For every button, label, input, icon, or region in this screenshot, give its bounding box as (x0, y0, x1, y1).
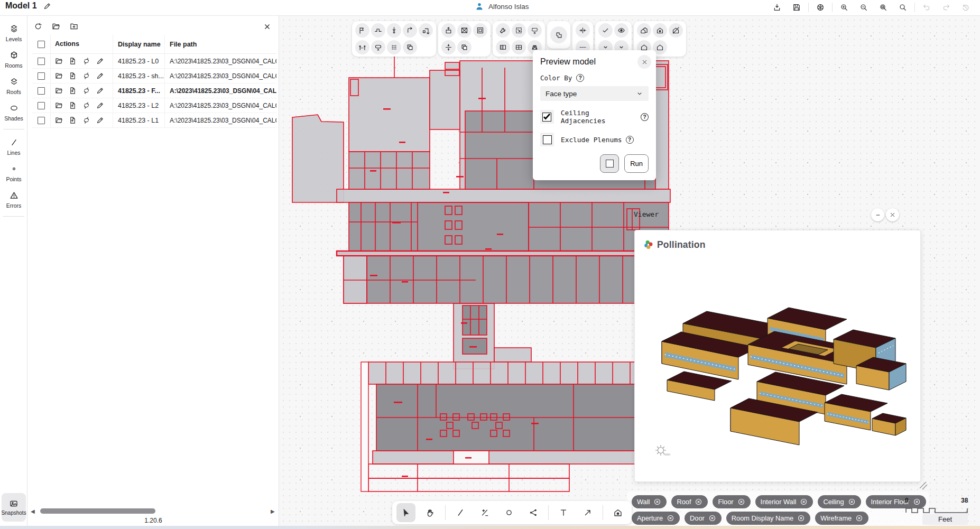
legend-chip[interactable]: Ceiling (818, 495, 861, 508)
color-by-help-icon[interactable]: ? (576, 74, 584, 82)
stop-button[interactable] (600, 154, 619, 173)
row-checkbox[interactable] (38, 58, 45, 65)
pencil-icon[interactable] (96, 87, 104, 95)
remove-chip-icon[interactable] (667, 514, 674, 522)
sync-icon[interactable] (82, 87, 90, 95)
refresh-icon[interactable] (32, 20, 44, 33)
eye-tool-icon[interactable] (614, 23, 628, 38)
select-all-checkbox[interactable] (32, 35, 51, 53)
table-row[interactable]: 41825.23 - sh... A:\2023\41825.23\03_DSG… (32, 69, 276, 83)
sync-icon[interactable] (82, 101, 90, 109)
remove-chip-icon[interactable] (797, 514, 805, 522)
house-eye-tool-icon[interactable] (653, 23, 667, 38)
legend-chip[interactable]: Interior Wall (755, 495, 813, 508)
hand-tool-icon[interactable] (421, 503, 440, 522)
folder-add-icon[interactable] (68, 20, 80, 33)
splitbox-tool-icon[interactable] (496, 40, 510, 54)
sidebar-item-roofs[interactable]: Roofs (0, 77, 27, 95)
sidebar-item-lines[interactable]: Lines (0, 138, 27, 156)
legend-chip[interactable]: Aperture (632, 512, 680, 525)
remove-chip-icon[interactable] (848, 498, 856, 506)
table-row[interactable]: 41825.23 - L2 A:\2023\41825.23\03_DSGN\0… (32, 98, 276, 113)
horizontal-scrollbar[interactable]: ◀ ▶ (31, 507, 276, 515)
close-viewer-icon[interactable] (886, 208, 899, 221)
labelx-tool-icon[interactable] (528, 23, 542, 38)
search-icon[interactable] (895, 2, 911, 13)
check-tool-icon[interactable] (598, 23, 613, 38)
zoom-in-icon[interactable] (836, 2, 852, 13)
checked-checkbox[interactable] (540, 110, 554, 124)
house-stack-tool-icon[interactable] (637, 23, 651, 38)
line-tool-icon[interactable] (451, 503, 470, 522)
sync-icon[interactable] (82, 72, 90, 80)
step-tool-icon[interactable] (371, 23, 385, 38)
sync-icon[interactable] (82, 57, 90, 65)
legend-chip[interactable]: Wall (632, 495, 667, 508)
pencil-icon[interactable] (96, 57, 104, 65)
moveshape-tool-icon[interactable] (419, 23, 433, 38)
house-slash-tool-icon[interactable] (669, 23, 683, 38)
plusminus-tool-icon[interactable] (475, 503, 494, 522)
remove-chip-icon[interactable] (695, 498, 702, 506)
sidebar-item-points[interactable]: Points (0, 164, 27, 182)
user-account[interactable]: Alfonso Islas (475, 2, 529, 11)
table-row[interactable]: 41825.23 - L1 A:\2023\41825.23\03_DSGN\0… (32, 113, 276, 128)
remove-chip-icon[interactable] (653, 498, 661, 506)
corner-tool-icon[interactable] (403, 23, 417, 38)
row-checkbox[interactable] (38, 117, 45, 124)
rectx-tool-icon[interactable] (371, 40, 385, 54)
file-import-icon[interactable] (69, 101, 77, 109)
sidebar-item-errors[interactable]: Errors (0, 191, 27, 209)
scroll-right-icon[interactable]: ▶ (271, 508, 276, 514)
remove-chip-icon[interactable] (855, 514, 863, 522)
boxup-tool-icon[interactable] (441, 23, 456, 38)
folder-open-icon[interactable] (55, 87, 63, 95)
alignv-tool-icon[interactable] (441, 40, 456, 54)
wrench-tool-icon[interactable] (496, 23, 510, 38)
polygon-tool-icon[interactable] (550, 26, 567, 43)
pindrop-tool-icon[interactable] (387, 23, 401, 38)
flag-tool-icon[interactable] (355, 23, 369, 38)
text-tool-icon[interactable] (554, 503, 573, 522)
folder-open-icon[interactable] (55, 116, 63, 124)
close-dialog-icon[interactable] (637, 55, 651, 69)
sync-icon[interactable] (82, 116, 90, 124)
pencil-icon[interactable] (96, 116, 104, 124)
download-icon[interactable] (769, 2, 785, 13)
nodes-tool-icon[interactable] (524, 503, 543, 522)
scroll-left-icon[interactable]: ◀ (31, 508, 36, 514)
circle-tool-icon[interactable] (500, 503, 519, 522)
legend-chip[interactable]: Floor (713, 495, 750, 508)
rename-model-icon[interactable] (43, 2, 51, 10)
pencil-icon[interactable] (96, 101, 104, 109)
overlap-tool-icon[interactable] (457, 40, 471, 54)
legend-chip[interactable]: Room Display Name (726, 512, 810, 525)
redo-icon[interactable] (938, 2, 954, 13)
sidebar-item-rooms[interactable]: Rooms (0, 51, 27, 69)
pencil-icon[interactable] (96, 72, 104, 80)
unchecked-checkbox[interactable] (540, 133, 554, 146)
file-import-icon[interactable] (69, 116, 77, 124)
pindash-tool-icon[interactable] (355, 40, 369, 54)
scrollbar-thumb[interactable] (40, 508, 155, 514)
boxbox-tool-icon[interactable] (473, 23, 487, 38)
row-checkbox[interactable] (38, 102, 45, 109)
row-checkbox[interactable] (38, 72, 45, 80)
boxx-tool-icon[interactable] (457, 23, 471, 38)
sidebar-item-shades[interactable]: Shades (0, 104, 27, 122)
history-icon[interactable] (958, 2, 974, 13)
zoom-out-icon[interactable] (856, 2, 872, 13)
arrow-tool-icon[interactable] (578, 503, 597, 522)
help-icon[interactable]: ? (626, 136, 634, 144)
folder-open-icon[interactable] (55, 57, 63, 65)
table-row[interactable]: 41825.23 - F... A:\2023\41825.23\03_DSGN… (32, 83, 276, 98)
run-button[interactable]: Run (624, 154, 649, 173)
folder-open-icon[interactable] (50, 20, 62, 33)
remove-chip-icon[interactable] (708, 514, 716, 522)
viewer-window[interactable]: Pollination (634, 230, 921, 482)
table-row[interactable]: 41825.23 - L0 A:\2023\41825.23\03_DSGN\0… (32, 54, 276, 69)
gridbox-tool-icon[interactable] (512, 40, 526, 54)
collide-tool-icon[interactable] (576, 23, 590, 38)
close-panel-icon[interactable] (261, 20, 273, 33)
cursor-tool-icon[interactable] (396, 503, 415, 522)
